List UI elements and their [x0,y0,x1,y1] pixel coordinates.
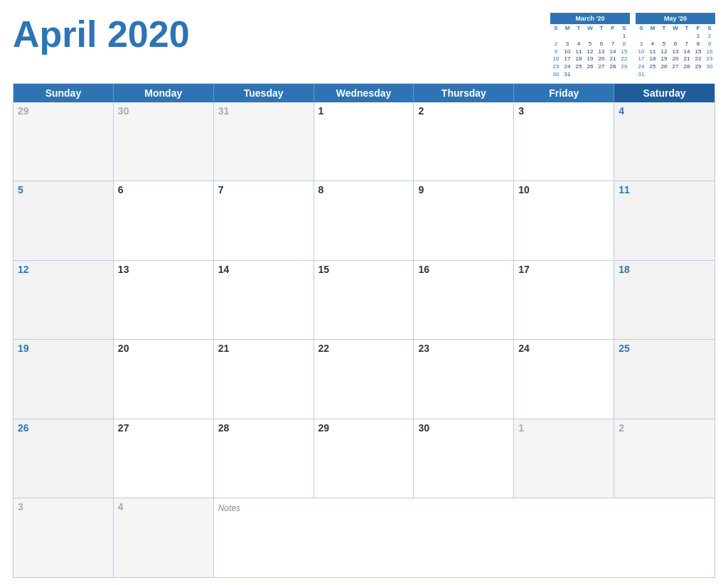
march-table: S M T W T F S 1 2345678 9101112131415 16… [550,25,630,79]
day-may3: 3 [18,501,109,512]
day-7: 7 [218,184,309,195]
cell-apr12: 12 [14,261,114,340]
day-8: 8 [318,184,410,195]
may-h-t: T [658,25,670,33]
march-h-s: S [550,25,562,33]
week-3: 12 13 14 15 16 17 18 [14,260,714,340]
march-h-t2: T [596,25,607,33]
day-29b: 29 [318,422,410,434]
cell-apr11: 11 [614,181,714,260]
cell-apr2: 2 [414,102,514,181]
mini-cal-march: March '20 S M T W T F S 1 2345678 910111… [550,13,630,79]
cell-mar29: 29 [14,102,114,181]
march-title: March '20 [550,13,630,24]
cell-apr4: 4 [614,102,714,181]
march-h-s2: S [619,25,630,33]
cell-apr3: 3 [514,102,614,181]
cell-mar31: 31 [214,102,314,181]
day-5: 5 [18,184,109,195]
week-2: 5 6 7 8 9 10 11 [14,181,714,260]
header-row: April 2020 March '20 S M T W T F S 1 2 [13,13,715,79]
week-last: 3 4 Notes [14,498,714,577]
day-25: 25 [619,343,710,354]
header-sunday: Sunday [14,84,114,102]
may-h-w: W [670,25,681,33]
cell-apr17: 17 [514,261,614,340]
day-18: 18 [619,264,710,275]
may-h-t2: T [681,25,692,33]
notes-label: Notes [218,503,240,513]
cell-may2: 2 [614,419,714,498]
day-29: 29 [18,105,109,117]
day-23: 23 [418,343,509,354]
cell-apr20: 20 [114,340,214,419]
week-4: 19 20 21 22 23 24 25 [14,339,714,419]
week-5: 26 27 28 29 30 1 2 [14,419,714,498]
day-may4: 4 [118,501,209,512]
cell-apr29: 29 [314,419,414,498]
day-24: 24 [518,343,609,354]
calendar-header: Sunday Monday Tuesday Wednesday Thursday… [14,84,714,102]
day-may2: 2 [619,422,710,434]
day-15: 15 [318,264,410,275]
header-monday: Monday [114,84,214,102]
cell-apr8: 8 [314,181,414,260]
day-30b: 30 [418,422,509,434]
header-saturday: Saturday [614,84,714,102]
notes-cell: Notes [214,498,714,577]
may-table: S M T W T F S 12 3456789 10111213141516 … [636,25,715,79]
cell-apr24: 24 [514,340,614,419]
cell-apr18: 18 [614,261,714,340]
page-title: April 2020 [13,13,190,53]
cell-apr6: 6 [114,181,214,260]
cell-apr5: 5 [14,181,114,260]
mini-calendars: March '20 S M T W T F S 1 2345678 910111… [550,13,715,79]
day-3: 3 [518,105,609,117]
cell-may1: 1 [514,419,614,498]
day-14: 14 [218,264,309,275]
day-20: 20 [118,343,209,354]
day-11: 11 [619,184,710,195]
day-31: 31 [218,105,309,117]
cell-apr30: 30 [414,419,514,498]
cell-apr7: 7 [214,181,314,260]
cell-apr1: 1 [314,102,414,181]
may-h-m: M [647,25,658,33]
march-h-w: W [584,25,596,33]
may-h-s2: S [704,25,715,33]
day-may1: 1 [518,422,609,434]
day-16: 16 [418,264,509,275]
day-13: 13 [118,264,209,275]
header-thursday: Thursday [414,84,514,102]
page: April 2020 March '20 S M T W T F S 1 2 [0,0,728,585]
day-9: 9 [418,184,509,195]
cell-apr14: 14 [214,261,314,340]
may-h-s: S [636,25,647,33]
cell-apr28: 28 [214,419,314,498]
march-h-m: M [562,25,573,33]
day-1: 1 [318,105,410,117]
day-17: 17 [518,264,609,275]
cell-apr16: 16 [414,261,514,340]
day-10: 10 [518,184,609,195]
day-19: 19 [18,343,109,354]
may-h-f: F [692,25,704,33]
cell-apr25: 25 [614,340,714,419]
header-tuesday: Tuesday [214,84,314,102]
day-22: 22 [318,343,410,354]
cell-apr15: 15 [314,261,414,340]
day-21: 21 [218,343,309,354]
day-6: 6 [118,184,209,195]
cell-may4: 4 [114,498,214,577]
cell-apr23: 23 [414,340,514,419]
calendar: Sunday Monday Tuesday Wednesday Thursday… [13,83,715,578]
cell-mar30: 30 [114,102,214,181]
calendar-body: 29 30 31 1 2 3 4 5 6 7 8 9 10 11 12 [14,102,714,577]
cell-apr19: 19 [14,340,114,419]
march-h-f: F [607,25,619,33]
cell-apr9: 9 [414,181,514,260]
march-h-t: T [573,25,584,33]
cell-apr21: 21 [214,340,314,419]
day-28: 28 [218,422,309,434]
mini-cal-may: May '20 S M T W T F S 12 3456789 1011121… [636,13,715,79]
